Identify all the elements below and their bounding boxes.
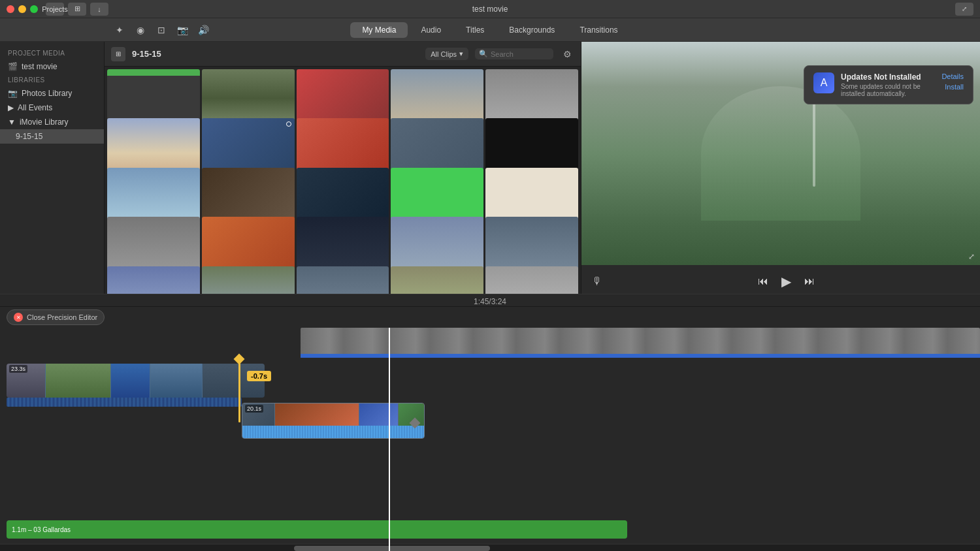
top-filmstrip xyxy=(301,328,980,357)
folder-icon: ▶ xyxy=(8,103,14,112)
notification-text: Updates Not Installed Some updates could… xyxy=(841,72,935,97)
photos-icon: 📷 xyxy=(8,89,18,98)
app-store-icon: A xyxy=(813,72,834,93)
audio-track-label: 1.1m – 03 Gallardas xyxy=(12,526,71,533)
connected-clip[interactable]: 20.1s xyxy=(242,403,425,439)
tab-titles[interactable]: Titles xyxy=(454,22,496,38)
notification-actions: Details Install xyxy=(941,72,964,97)
magic-wand-icon[interactable]: ✦ xyxy=(111,22,128,39)
grid-toggle-button[interactable]: ⊞ xyxy=(111,47,125,61)
close-x-icon: ✕ xyxy=(14,313,23,322)
timeline-area: ✕ Close Precision Editor 23.3s -0.7s xyxy=(0,306,980,551)
sidebar: PROJECT MEDIA 🎬 test movie LIBRARIES 📷 P… xyxy=(0,42,105,316)
edit-delta-label: -0.7s xyxy=(247,371,271,381)
clip-duration-label: 23.3s xyxy=(9,365,27,373)
close-precision-editor-button[interactable]: ✕ Close Precision Editor xyxy=(7,309,105,325)
main-clip-track[interactable]: 23.3s xyxy=(7,364,265,398)
sidebar-item-project[interactable]: 🎬 test movie xyxy=(0,59,104,74)
tab-transitions[interactable]: Transitions xyxy=(568,22,629,38)
storyboard-button[interactable]: ⊞ xyxy=(68,3,86,16)
media-date-label: 9-15-15 xyxy=(132,49,419,59)
library-icon: ▼ xyxy=(8,118,16,127)
filmstrip-blue-bar xyxy=(301,354,980,358)
transport-controls: ⏮ ▶ ⏭ xyxy=(758,274,815,289)
window-controls xyxy=(7,5,38,13)
chevron-down-icon: ▾ xyxy=(459,50,463,58)
search-box[interactable]: 🔍 xyxy=(475,48,553,59)
media-grid: ▶ xyxy=(105,67,581,316)
color-wheel-icon[interactable]: ◉ xyxy=(132,22,149,39)
media-settings-gear[interactable]: ⚙ xyxy=(560,47,574,61)
media-browser: ⊞ 9-15-15 All Clips ▾ 🔍 ⚙ xyxy=(105,42,581,316)
connected-waveform xyxy=(242,426,424,438)
timeline-scrollbar[interactable] xyxy=(0,544,980,551)
sidebar-item-photos[interactable]: 📷 Photos Library xyxy=(0,86,104,101)
media-header: ⊞ 9-15-15 All Clips ▾ 🔍 ⚙ xyxy=(105,42,581,67)
project-media-label: PROJECT MEDIA xyxy=(0,47,104,59)
connected-filmstrip xyxy=(242,403,424,426)
tab-audio[interactable]: Audio xyxy=(409,22,453,38)
camera-icon[interactable]: 📷 xyxy=(174,22,191,39)
precision-editor-bar: ✕ Close Precision Editor xyxy=(0,307,980,328)
minimize-window-button[interactable] xyxy=(18,5,26,13)
maximize-window-button[interactable] xyxy=(30,5,38,13)
expand-preview-button[interactable]: ⤢ xyxy=(968,252,975,261)
preview-panel: A Updates Not Installed Some updates cou… xyxy=(581,42,980,316)
connected-clip-label: 20.1s xyxy=(245,405,263,413)
updates-notification: A Updates Not Installed Some updates cou… xyxy=(804,65,973,104)
edit-point-marker xyxy=(238,357,240,422)
edit-diamond-top xyxy=(234,354,245,365)
microphone-button[interactable]: 🎙 xyxy=(592,276,602,287)
main-content: PROJECT MEDIA 🎬 test movie LIBRARIES 📷 P… xyxy=(0,42,980,316)
tab-backgrounds[interactable]: Backgrounds xyxy=(497,22,566,38)
titlebar: Projects ⊞ ↓ test movie ⤢ xyxy=(0,0,980,18)
search-icon: 🔍 xyxy=(479,50,488,58)
tab-my-media[interactable]: My Media xyxy=(350,22,408,38)
play-pause-button[interactable]: ▶ xyxy=(781,274,791,289)
import-button[interactable]: ↓ xyxy=(90,3,108,16)
sidebar-item-all-events[interactable]: ▶ All Events xyxy=(0,101,104,115)
rewind-to-start-button[interactable]: ⏮ xyxy=(758,276,768,287)
fullscreen-button[interactable]: ⤢ xyxy=(955,3,973,16)
audio-track[interactable]: 1.1m – 03 Gallardas xyxy=(7,520,627,539)
film-icon: 🎬 xyxy=(8,62,18,71)
window-title-right: ⤢ xyxy=(955,3,973,16)
search-input[interactable] xyxy=(491,50,549,58)
close-window-button[interactable] xyxy=(7,5,14,13)
preview-controls: 🎙 ⏮ ▶ ⏭ xyxy=(581,265,980,298)
sidebar-item-imovie-library[interactable]: ▼ iMovie Library xyxy=(0,115,104,129)
install-button[interactable]: Install xyxy=(945,83,964,91)
libraries-label: LIBRARIES xyxy=(0,74,104,86)
timeline-content: 23.3s -0.7s 20.1s 1. xyxy=(0,328,980,551)
scrollbar-thumb[interactable] xyxy=(294,546,490,551)
projects-button[interactable]: Projects xyxy=(46,3,64,16)
playhead xyxy=(389,328,390,551)
filter-dropdown[interactable]: All Clips ▾ xyxy=(425,48,468,60)
crop-icon[interactable]: ⊡ xyxy=(153,22,170,39)
details-button[interactable]: Details xyxy=(941,72,964,80)
audio-icon[interactable]: 🔊 xyxy=(195,22,212,39)
forward-to-end-button[interactable]: ⏭ xyxy=(804,276,815,287)
main-toolbar: ✦ ◉ ⊡ 📷 🔊 My Media Audio Titles Backgrou… xyxy=(0,18,980,42)
sidebar-item-9-15-15[interactable]: 9-15-15 xyxy=(0,129,104,144)
audio-waveform xyxy=(7,398,242,407)
window-title: test movie xyxy=(472,5,508,14)
